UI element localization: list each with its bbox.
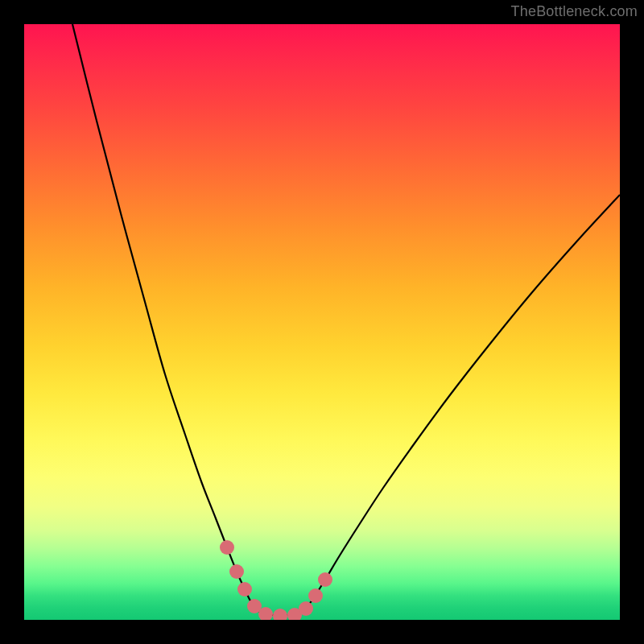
watermark-text: TheBottleneck.com [511,3,638,20]
curve-marker [299,601,313,616]
marker-group [220,540,332,620]
curve-marker [318,572,332,587]
curve-marker [237,582,252,597]
curve-left [72,24,264,615]
chart-frame [24,24,620,620]
curve-marker [273,609,287,620]
curve-marker [308,588,323,603]
chart-svg [24,24,620,620]
curve-marker [229,564,244,579]
curve-right [299,195,620,615]
curve-marker [220,540,234,555]
